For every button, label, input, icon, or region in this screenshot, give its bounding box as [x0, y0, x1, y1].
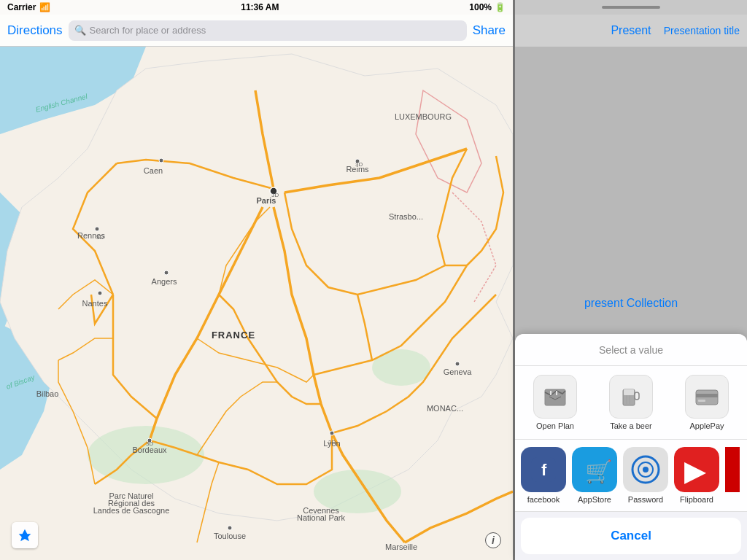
open-plan-label: Open Plan [536, 421, 574, 430]
partial-icon [725, 447, 740, 492]
share-button[interactable]: Share [473, 23, 506, 38]
svg-point-3 [372, 349, 430, 386]
share-sheet: Select a value Open Plan [515, 334, 747, 560]
flipboard-app-item[interactable]: ▶ Flipboard [674, 447, 719, 504]
svg-text:3D: 3D [146, 440, 153, 447]
password-app-item[interactable]: Password [623, 447, 668, 504]
info-button[interactable]: i [485, 532, 501, 548]
svg-point-7 [98, 291, 102, 295]
svg-point-12 [164, 271, 169, 275]
search-bar[interactable]: 🔍 Search for place or address [69, 20, 467, 41]
cancel-button[interactable]: Cancel [521, 518, 741, 554]
svg-rect-45 [624, 389, 634, 395]
svg-text:▶: ▶ [684, 456, 706, 486]
svg-text:Landes de Gascogne: Landes de Gascogne [93, 506, 170, 515]
nav-bar: Directions 🔍 Search for place or address… [0, 15, 513, 47]
flipboard-label: Flipboard [680, 495, 713, 504]
presentation-title-button[interactable]: Presentation title [664, 25, 740, 36]
svg-rect-44 [635, 392, 639, 400]
right-panel: Present Presentation title present Colle… [515, 0, 747, 560]
status-bar: Carrier 📶 11:36 AM 100% 🔋 [0, 0, 513, 15]
svg-point-11 [228, 526, 232, 530]
map-view[interactable]: English Channel of Biscay FRANCE Paris C… [0, 47, 513, 560]
password-icon [623, 447, 668, 492]
svg-text:Strasbo...: Strasbo... [389, 212, 423, 221]
status-right: 100% 🔋 [469, 2, 506, 12]
svg-text:3D: 3D [355, 161, 363, 168]
right-status-bar [515, 0, 747, 15]
svg-text:Caen: Caen [144, 166, 163, 175]
open-plan-icon [533, 375, 577, 419]
svg-text:Marseille: Marseille [385, 542, 417, 551]
svg-text:Bilbao: Bilbao [36, 389, 59, 398]
facebook-app-item[interactable]: f facebook [521, 447, 566, 504]
right-header: Present Presentation title [515, 15, 747, 47]
svg-point-13 [455, 362, 460, 366]
share-apps-row: f facebook 🛒 AppStore [515, 440, 747, 512]
svg-text:LUXEMBOURG: LUXEMBOURG [395, 112, 452, 121]
location-button-container [12, 522, 38, 548]
svg-point-1 [88, 426, 204, 484]
share-header-title: Select a value [599, 344, 663, 356]
svg-text:MONAC...: MONAC... [427, 404, 463, 413]
appstore-app-item[interactable]: 🛒 AppStore [572, 447, 617, 504]
svg-text:FRANCE: FRANCE [212, 330, 255, 341]
svg-point-5 [159, 158, 163, 163]
location-button[interactable] [12, 522, 38, 548]
present-button[interactable]: Present [611, 24, 651, 37]
take-a-beer-label: Take a beer [610, 421, 651, 430]
map-icon [542, 384, 568, 410]
battery-icon: 🔋 [495, 2, 506, 12]
facebook-logo-icon: f [531, 457, 556, 482]
svg-text:Nantes: Nantes [82, 299, 108, 308]
apple-pay-label: ApplePay [689, 421, 724, 430]
map-panel: Carrier 📶 11:36 AM 100% 🔋 Directions 🔍 S… [0, 0, 513, 560]
svg-text:Geneva: Geneva [444, 368, 472, 376]
share-actions-row: Open Plan Take a beer [515, 366, 747, 440]
search-icon: 🔍 [74, 25, 86, 36]
svg-text:🛒: 🛒 [585, 459, 613, 485]
svg-text:f: f [541, 461, 547, 479]
search-placeholder: Search for place or address [90, 25, 206, 36]
take-a-beer-action[interactable]: Take a beer [597, 375, 665, 430]
svg-text:3D: 3D [96, 234, 104, 241]
facebook-label: facebook [527, 495, 560, 504]
status-left: Carrier 📶 [7, 2, 50, 12]
facebook-icon: f [521, 447, 566, 492]
svg-point-9 [330, 431, 334, 435]
svg-text:National Park: National Park [297, 513, 346, 522]
svg-rect-50 [698, 400, 705, 402]
password-logo-icon [623, 447, 668, 492]
open-plan-action[interactable]: Open Plan [521, 375, 589, 430]
flipboard-icon: ▶ [674, 447, 719, 492]
svg-text:Angers: Angers [152, 277, 177, 286]
svg-text:3D: 3D [271, 192, 279, 198]
notch-indicator [602, 6, 660, 9]
svg-text:Toulouse: Toulouse [214, 532, 246, 540]
wifi-icon: 📶 [39, 2, 50, 12]
applepay-icon [694, 384, 720, 410]
svg-rect-49 [696, 394, 718, 397]
flipboard-logo-icon: ▶ [674, 447, 719, 492]
present-collection-button[interactable]: present Collection [584, 297, 678, 310]
carrier-label: Carrier [7, 2, 36, 12]
svg-text:3D: 3D [328, 439, 336, 446]
partial-app-item[interactable] [725, 447, 740, 504]
apple-pay-icon [685, 375, 729, 419]
appstore-icon: 🛒 [572, 447, 617, 492]
battery-label: 100% [469, 2, 492, 12]
password-label: Password [628, 495, 663, 504]
appstore-logo-icon: 🛒 [572, 447, 617, 492]
beer-icon [618, 384, 644, 410]
apple-pay-action[interactable]: ApplePay [673, 375, 741, 430]
share-sheet-header: Select a value [515, 334, 747, 366]
time-label: 11:36 AM [241, 2, 279, 12]
info-button-container: i [485, 532, 501, 548]
info-icon: i [492, 534, 495, 546]
take-a-beer-icon [609, 375, 653, 419]
svg-point-58 [643, 467, 649, 472]
directions-button[interactable]: Directions [7, 23, 63, 38]
appstore-label: AppStore [578, 495, 611, 504]
